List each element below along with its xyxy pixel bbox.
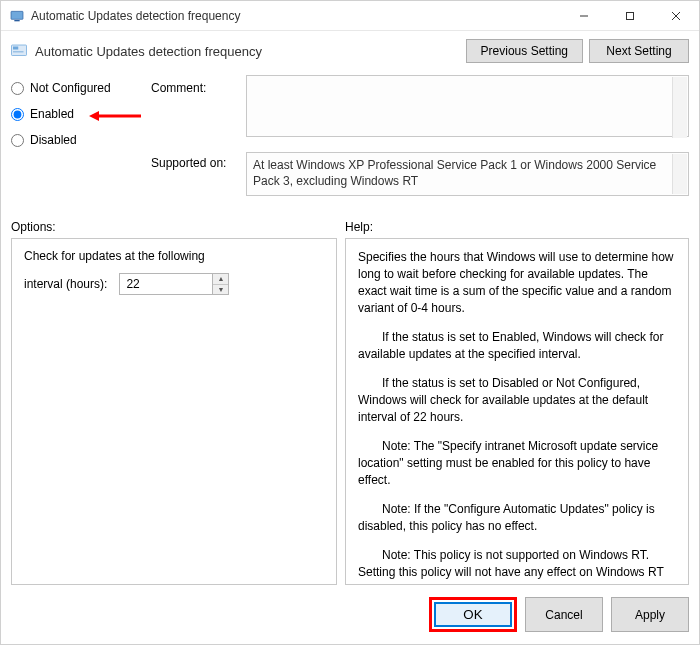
help-p6: Note: This policy is not supported on Wi… bbox=[358, 547, 676, 585]
comment-field[interactable] bbox=[246, 75, 689, 137]
close-button[interactable] bbox=[653, 1, 699, 30]
policy-icon bbox=[9, 41, 29, 61]
options-label: Options: bbox=[11, 220, 345, 234]
window-buttons bbox=[561, 1, 699, 30]
options-panel: Check for updates at the following inter… bbox=[11, 238, 337, 585]
radio-not-configured-label[interactable]: Not Configured bbox=[30, 81, 111, 95]
interval-spinner[interactable]: ▲ ▼ bbox=[119, 273, 229, 295]
ok-button[interactable]: OK bbox=[434, 602, 512, 627]
scroll-up-icon[interactable]: ˄ bbox=[680, 77, 685, 87]
supported-on-text: At least Windows XP Professional Service… bbox=[246, 152, 689, 196]
window-title: Automatic Updates detection frequency bbox=[31, 9, 561, 23]
supported-on-wrap: At least Windows XP Professional Service… bbox=[246, 152, 689, 196]
radio-disabled[interactable] bbox=[11, 134, 24, 147]
header: Automatic Updates detection frequency Pr… bbox=[1, 31, 699, 71]
help-p3: If the status is set to Disabled or Not … bbox=[358, 375, 676, 426]
supported-on-label: Supported on: bbox=[151, 152, 246, 170]
previous-setting-button[interactable]: Previous Setting bbox=[466, 39, 583, 63]
svg-rect-1 bbox=[14, 20, 19, 21]
config-area: Not Configured Enabled Disabled Comment:… bbox=[1, 71, 699, 202]
panels: Check for updates at the following inter… bbox=[1, 238, 699, 585]
minimize-button[interactable] bbox=[561, 1, 607, 30]
titlebar: Automatic Updates detection frequency bbox=[1, 1, 699, 31]
svg-rect-3 bbox=[627, 12, 634, 19]
scroll-down-icon[interactable]: ˅ bbox=[680, 184, 685, 194]
comment-field-wrap: ˄ ˅ bbox=[246, 75, 689, 140]
ok-highlight: OK bbox=[429, 597, 517, 632]
scroll-down-icon[interactable]: ˅ bbox=[680, 128, 685, 138]
footer: OK Cancel Apply bbox=[1, 585, 699, 644]
help-p5: Note: If the "Configure Automatic Update… bbox=[358, 501, 676, 535]
help-p4: Note: The "Specify intranet Microsoft up… bbox=[358, 438, 676, 489]
maximize-button[interactable] bbox=[607, 1, 653, 30]
help-p2: If the status is set to Enabled, Windows… bbox=[358, 329, 676, 363]
spinner-down-icon[interactable]: ▼ bbox=[213, 285, 228, 295]
svg-rect-8 bbox=[13, 51, 24, 53]
comment-label: Comment: bbox=[151, 75, 246, 95]
next-setting-button[interactable]: Next Setting bbox=[589, 39, 689, 63]
help-label: Help: bbox=[345, 220, 373, 234]
svg-rect-0 bbox=[11, 11, 23, 19]
interval-input[interactable] bbox=[120, 274, 212, 294]
radio-enabled-label[interactable]: Enabled bbox=[30, 107, 74, 121]
cancel-button[interactable]: Cancel bbox=[525, 597, 603, 632]
app-icon bbox=[9, 8, 25, 24]
policy-title: Automatic Updates detection frequency bbox=[35, 44, 466, 59]
radio-disabled-label[interactable]: Disabled bbox=[30, 133, 77, 147]
annotation-arrow-icon bbox=[89, 111, 141, 121]
interval-label: interval (hours): bbox=[24, 277, 107, 291]
options-text-line1: Check for updates at the following bbox=[24, 249, 324, 263]
state-radios: Not Configured Enabled Disabled bbox=[11, 75, 151, 147]
help-p1: Specifies the hours that Windows will us… bbox=[358, 249, 676, 317]
radio-enabled[interactable] bbox=[11, 108, 24, 121]
svg-rect-7 bbox=[13, 47, 18, 50]
radio-not-configured[interactable] bbox=[11, 82, 24, 95]
help-panel: Specifies the hours that Windows will us… bbox=[345, 238, 689, 585]
spinner-up-icon[interactable]: ▲ bbox=[213, 274, 228, 285]
svg-marker-10 bbox=[89, 111, 99, 121]
apply-button[interactable]: Apply bbox=[611, 597, 689, 632]
section-labels: Options: Help: bbox=[1, 202, 699, 238]
scroll-up-icon[interactable]: ˄ bbox=[680, 154, 685, 164]
